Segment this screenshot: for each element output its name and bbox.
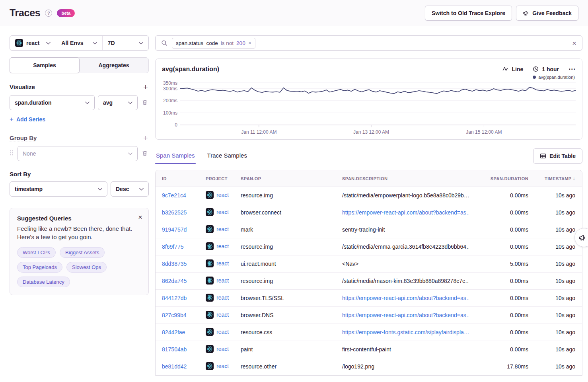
span-timestamp-cell[interactable]: 10s ago — [555, 209, 575, 216]
project-link[interactable]: react — [216, 192, 229, 198]
span-id-link[interactable]: 817504ab — [162, 346, 187, 353]
suggested-query-chip[interactable]: Database Latency — [17, 277, 70, 287]
switch-old-trace-explore-button[interactable]: Switch to Old Trace Explore — [425, 6, 512, 21]
span-id-link[interactable]: b3262525 — [162, 209, 187, 216]
close-icon[interactable]: × — [138, 213, 142, 221]
span-description-cell[interactable]: https://empower-react-api.com/about?back… — [336, 295, 469, 301]
tab-aggregates[interactable]: Aggregates — [79, 58, 148, 73]
span-id-link[interactable]: 82442fae — [162, 329, 185, 335]
project-link[interactable]: react — [216, 363, 229, 369]
project-link[interactable]: react — [216, 329, 229, 335]
span-description-cell[interactable]: <Nav> — [336, 261, 469, 267]
span-description-cell[interactable]: https://empower-react-api.com/about?back… — [336, 312, 469, 318]
span-timestamp-cell[interactable]: 10s ago — [555, 312, 575, 318]
add-series-button[interactable]: + Add Series — [10, 115, 45, 123]
project-cell[interactable]: react — [206, 242, 229, 250]
project-picker[interactable]: react — [10, 36, 56, 50]
drag-handle-icon[interactable] — [10, 150, 14, 158]
project-cell[interactable]: react — [206, 277, 229, 285]
span-id-link[interactable]: 8f69f775 — [162, 244, 184, 250]
tab-samples[interactable]: Samples — [10, 57, 80, 73]
span-timestamp-cell[interactable]: 10s ago — [555, 363, 575, 370]
span-id-link[interactable]: 8dd38735 — [162, 261, 187, 267]
project-link[interactable]: react — [216, 277, 229, 284]
remove-filter-icon[interactable]: × — [248, 40, 251, 46]
project-cell[interactable]: react — [206, 345, 229, 353]
suggested-query-chip[interactable]: Worst LCPs — [17, 247, 56, 258]
suggested-query-chip[interactable]: Top Pageloads — [17, 262, 62, 273]
sort-field-select[interactable]: timestamp — [10, 181, 107, 197]
give-feedback-button[interactable]: Give Feedback — [516, 6, 578, 21]
add-group-by-button[interactable]: + — [143, 134, 148, 142]
chart-type-button[interactable]: Line — [502, 66, 523, 72]
span-id-link[interactable]: 9194757d — [162, 226, 187, 233]
line-chart[interactable] — [180, 81, 576, 128]
project-link[interactable]: react — [216, 346, 229, 352]
span-timestamp-cell[interactable]: 10s ago — [555, 346, 575, 353]
delete-series-button[interactable] — [141, 98, 149, 107]
tab-span-samples[interactable]: Span Samples — [155, 148, 196, 164]
span-timestamp-cell[interactable]: 10s ago — [555, 244, 575, 250]
title-wrap: Traces ? beta — [10, 7, 75, 19]
span-id-link[interactable]: 827c99b4 — [162, 312, 187, 318]
visualize-aggregate-select[interactable]: avg — [98, 95, 138, 110]
span-timestamp-cell[interactable]: 10s ago — [555, 226, 575, 233]
project-cell[interactable]: react — [206, 208, 229, 216]
span-timestamp-cell[interactable]: 10s ago — [555, 329, 575, 335]
column-header-span-duration[interactable]: SPAN.DURATION — [469, 176, 535, 181]
interval-button[interactable]: 1 hour — [533, 66, 559, 72]
span-duration-cell: 0.00ms — [469, 295, 535, 301]
filter-token[interactable]: span.status_code is not 200 × — [172, 38, 255, 49]
delete-group-by-button[interactable] — [141, 149, 149, 158]
span-id-link[interactable]: 9c7e21c4 — [162, 192, 186, 199]
group-by-select[interactable]: None — [18, 146, 138, 161]
project-link[interactable]: react — [216, 209, 229, 215]
column-header-project[interactable]: PROJECT — [199, 176, 234, 181]
span-description-cell[interactable]: /static/media/empowerplant-logo.b5e8a88c… — [336, 192, 469, 199]
project-cell[interactable]: react — [206, 362, 229, 370]
span-description-cell[interactable]: first-contentful-paint — [336, 346, 469, 353]
project-link[interactable]: react — [216, 260, 229, 267]
span-description-cell[interactable]: /logo192.png — [336, 363, 469, 370]
visualize-field-select[interactable]: span.duration — [10, 95, 95, 110]
span-id-link[interactable]: be81dd42 — [162, 363, 187, 370]
project-link[interactable]: react — [216, 294, 229, 301]
suggested-query-chip[interactable]: Biggest Assets — [60, 247, 105, 258]
column-header-id[interactable]: ID — [156, 176, 199, 181]
span-timestamp-cell[interactable]: 10s ago — [555, 261, 575, 267]
span-timestamp-cell[interactable]: 10s ago — [555, 192, 575, 199]
project-cell[interactable]: react — [206, 191, 229, 199]
search-bar[interactable]: span.status_code is not 200 × × — [155, 35, 582, 51]
date-range-picker[interactable]: 7D — [102, 36, 148, 50]
project-link[interactable]: react — [216, 226, 229, 232]
sort-direction-select[interactable]: Desc — [111, 181, 149, 197]
tab-trace-samples[interactable]: Trace Samples — [206, 148, 248, 164]
help-icon[interactable]: ? — [45, 10, 52, 17]
span-timestamp-cell[interactable]: 10s ago — [555, 278, 575, 284]
edit-table-button[interactable]: Edit Table — [533, 148, 582, 164]
project-cell[interactable]: react — [206, 294, 229, 302]
span-description-cell[interactable]: /static/media/emma-garcia.3614fb8e4223db… — [336, 244, 469, 250]
span-description-cell[interactable]: sentry-tracing-init — [336, 226, 469, 233]
span-id-link[interactable]: 844127db — [162, 295, 187, 301]
column-header-span-description[interactable]: SPAN.DESCRIPTION — [336, 176, 469, 181]
suggested-query-chip[interactable]: Slowest Ops — [66, 262, 107, 273]
chart-menu-icon[interactable]: ⋯ — [569, 65, 576, 73]
project-link[interactable]: react — [216, 312, 229, 318]
filter-token-value: 200 — [236, 40, 245, 46]
project-link[interactable]: react — [216, 243, 229, 249]
add-visualize-button[interactable]: + — [143, 83, 148, 91]
project-cell[interactable]: react — [206, 225, 229, 233]
span-description-cell[interactable]: /static/media/mason-kim.83e39bb880a89827… — [336, 278, 469, 284]
span-timestamp-cell[interactable]: 10s ago — [555, 295, 575, 301]
column-header-span-op[interactable]: SPAN.OP — [234, 176, 336, 181]
project-cell[interactable]: react — [206, 259, 229, 267]
span-id-link[interactable]: 862da745 — [162, 278, 187, 284]
environment-picker[interactable]: All Envs — [56, 36, 102, 50]
column-header-timestamp[interactable]: TIMESTAMP↓ — [535, 176, 582, 181]
span-description-cell[interactable]: https://empower-fonts.gstatic.com/s/play… — [336, 329, 469, 335]
span-description-cell[interactable]: https://empower-react-api.com/about?back… — [336, 209, 469, 216]
clear-search-icon[interactable]: × — [572, 39, 576, 47]
project-cell[interactable]: react — [206, 328, 229, 336]
project-cell[interactable]: react — [206, 311, 229, 319]
